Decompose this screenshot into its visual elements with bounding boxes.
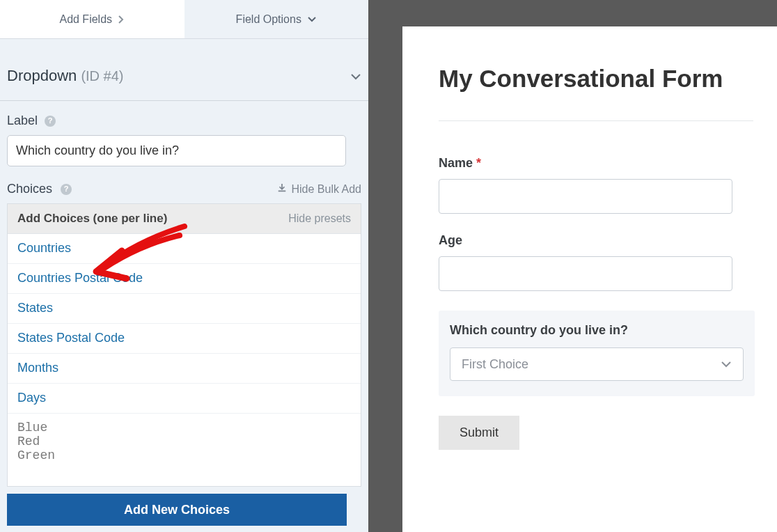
country-dropdown[interactable]: First Choice: [450, 347, 744, 381]
divider: [439, 120, 753, 121]
preset-days[interactable]: Days: [8, 384, 361, 414]
preset-months[interactable]: Months: [8, 354, 361, 384]
preset-states[interactable]: States: [8, 294, 361, 324]
download-icon: [277, 183, 287, 196]
required-indicator: *: [476, 156, 481, 170]
hide-presets-link[interactable]: Hide presets: [288, 212, 351, 225]
tab-label: Field Options: [236, 13, 301, 26]
tab-field-options[interactable]: Field Options: [185, 0, 369, 38]
preset-countries-postal[interactable]: Countries Postal Code: [8, 264, 361, 294]
panel-tabs: Add Fields Field Options: [0, 0, 368, 39]
chevron-down-icon[interactable]: [350, 71, 361, 84]
field-options-panel: Add Fields Field Options Dropdown (ID #4…: [0, 0, 368, 532]
field-label: Name *: [439, 156, 777, 171]
hide-bulk-label: Hide Bulk Add: [291, 183, 361, 196]
help-icon[interactable]: ?: [45, 116, 56, 127]
chevron-down-icon: [721, 357, 732, 372]
preset-countries[interactable]: Countries: [8, 234, 361, 264]
label-field-group: Label ?: [0, 101, 368, 173]
add-new-choices-button[interactable]: Add New Choices: [7, 494, 347, 526]
form-preview: My Conversational Form Name * Age Which …: [402, 26, 777, 532]
field-label: Which country do you live in?: [450, 323, 744, 338]
hide-bulk-add-link[interactable]: Hide Bulk Add: [277, 183, 361, 196]
submit-button[interactable]: Submit: [439, 416, 519, 450]
tab-label: Add Fields: [59, 13, 112, 26]
section-title: Dropdown (ID #4): [7, 67, 124, 85]
label-text: Label: [7, 114, 38, 128]
label-row: Label ?: [7, 114, 361, 128]
field-label: Age: [439, 233, 777, 248]
field-age: Age: [439, 233, 777, 291]
age-input[interactable]: [439, 256, 732, 291]
field-country-active[interactable]: Which country do you live in? First Choi…: [439, 311, 755, 396]
field-id: (ID #4): [81, 68, 123, 84]
chevron-down-icon: [307, 16, 317, 23]
form-title: My Conversational Form: [439, 65, 777, 93]
name-input[interactable]: [439, 179, 732, 214]
section-header[interactable]: Dropdown (ID #4): [0, 39, 368, 101]
choices-box-header: Add Choices (one per line) Hide presets: [8, 204, 361, 234]
label-input[interactable]: [7, 135, 346, 166]
choices-label-group: Choices ?: [7, 182, 72, 196]
label-text: Name: [439, 156, 473, 170]
choices-textarea[interactable]: [8, 414, 361, 483]
field-type: Dropdown: [7, 67, 77, 84]
form-inner: My Conversational Form Name * Age Which …: [402, 26, 777, 450]
tab-add-fields[interactable]: Add Fields: [0, 0, 185, 38]
dropdown-selected: First Choice: [462, 357, 528, 372]
preset-states-postal[interactable]: States Postal Code: [8, 324, 361, 354]
chevron-right-icon: [118, 15, 125, 24]
help-icon[interactable]: ?: [61, 184, 72, 195]
field-name: Name *: [439, 156, 777, 214]
choices-header: Choices ? Hide Bulk Add: [0, 173, 368, 203]
choices-box-title: Add Choices (one per line): [17, 212, 167, 226]
choices-box: Add Choices (one per line) Hide presets …: [7, 203, 361, 487]
choices-label: Choices: [7, 182, 52, 196]
panel-body: Dropdown (ID #4) Label ? Choices ?: [0, 39, 368, 526]
